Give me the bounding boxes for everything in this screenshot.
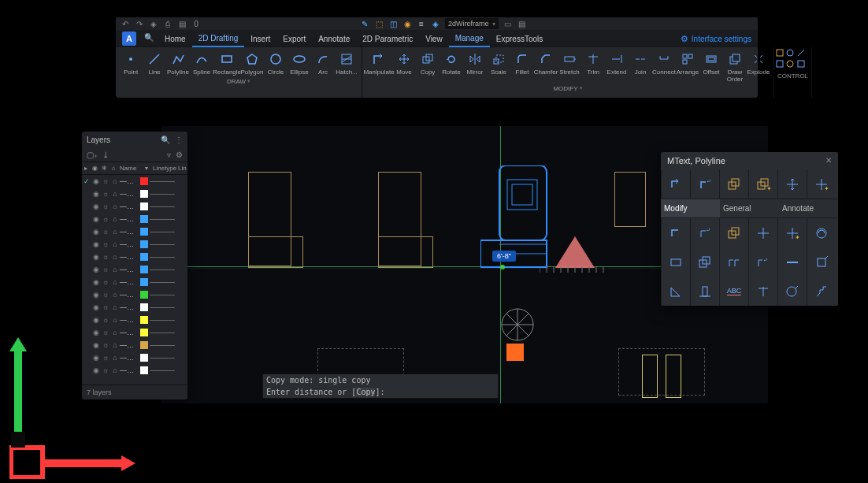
lock-icon[interactable]: ⌂: [110, 202, 120, 210]
freeze-icon[interactable]: ☼: [101, 177, 110, 185]
ctx-tab-general[interactable]: General: [720, 199, 779, 217]
cli-prompt[interactable]: Enter distance or [Copy]:: [263, 386, 498, 398]
layer-row[interactable]: ◉☼⌂———: [82, 314, 187, 326]
layer-row[interactable]: ✓◉☼⌂———: [82, 175, 187, 188]
freeze-icon[interactable]: ☼: [101, 303, 110, 311]
visibility-icon[interactable]: ◉: [91, 240, 101, 248]
download-icon[interactable]: ⤓: [102, 150, 109, 159]
freeze-icon[interactable]: ☼: [101, 202, 110, 210]
tool-line[interactable]: Line: [143, 49, 166, 76]
app-logo[interactable]: A: [122, 32, 136, 46]
lock-icon[interactable]: ⌂: [110, 240, 120, 248]
tool-move[interactable]: Move: [392, 49, 416, 84]
ctx-tool[interactable]: [690, 247, 719, 277]
freeze-icon[interactable]: ☼: [101, 291, 110, 299]
freeze-icon[interactable]: ☼: [101, 215, 110, 223]
lock-icon[interactable]: ⌂: [110, 266, 120, 273]
layer-row[interactable]: ◉☼⌂———: [82, 200, 187, 213]
toggle-icon[interactable]: ▤: [517, 19, 527, 28]
lock-icon[interactable]: ⌂: [110, 329, 120, 336]
filter-icon[interactable]: ▿: [167, 150, 171, 159]
lock-icon[interactable]: ⌂: [110, 291, 120, 299]
tool-scale[interactable]: Scale: [487, 49, 510, 84]
print-icon[interactable]: ⎙: [163, 19, 172, 28]
lock-icon[interactable]: ⌂: [110, 190, 120, 198]
lock-icon[interactable]: ⌂: [110, 303, 120, 311]
tool-manipulate[interactable]: Manipulate: [365, 49, 392, 84]
ctx-tool[interactable]: [807, 277, 836, 306]
tool-mirror[interactable]: Mirror: [463, 49, 487, 84]
tool-connect[interactable]: Connect: [652, 49, 676, 84]
ctx-tool[interactable]: [777, 247, 807, 277]
layer-row[interactable]: ◉☼⌂———: [82, 339, 187, 351]
layer-row[interactable]: ◉☼⌂———: [82, 364, 187, 377]
visibility-icon[interactable]: ◉: [91, 253, 101, 261]
freeze-icon[interactable]: ☼: [101, 278, 110, 286]
lock-icon[interactable]: ⌂: [110, 228, 120, 236]
ctx-tool[interactable]: ⤾: [690, 218, 719, 247]
visibility-icon[interactable]: ◉: [91, 366, 101, 374]
visibility-icon[interactable]: ◉: [91, 303, 101, 311]
ctx-copy[interactable]: [719, 169, 748, 199]
visibility-icon[interactable]: ◉: [91, 329, 101, 336]
search-icon[interactable]: 🔍: [139, 30, 158, 47]
freeze-icon[interactable]: ☼: [101, 329, 110, 336]
layer-row[interactable]: ◉☼⌂———: [82, 276, 187, 288]
ctx-corner[interactable]: ⤾: [690, 169, 719, 199]
drawing-object[interactable]: [555, 236, 595, 269]
visibility-icon[interactable]: ◉: [91, 190, 101, 198]
tool-polyline[interactable]: Polyline: [166, 49, 190, 76]
tool-arc[interactable]: Arc: [311, 49, 335, 76]
tool-icon[interactable]: ⬚: [374, 19, 384, 28]
tool-icon[interactable]: ◫: [388, 19, 398, 28]
freeze-icon[interactable]: ☼: [101, 253, 110, 261]
lock-icon[interactable]: ⌂: [110, 316, 120, 324]
ctx-tool[interactable]: [719, 218, 748, 247]
freeze-icon[interactable]: ☼: [101, 354, 110, 362]
ctx-tool[interactable]: [777, 277, 807, 306]
tool-explode[interactable]: Explode: [747, 49, 770, 84]
ctx-tool[interactable]: ✦: [777, 218, 807, 247]
visibility-icon[interactable]: ◉: [91, 354, 101, 362]
tool-copy[interactable]: Copy: [416, 49, 440, 84]
ctx-tool[interactable]: ⤾: [748, 247, 777, 277]
tool-spline[interactable]: Spline: [190, 49, 213, 76]
layer-row[interactable]: ◉☼⌂———: [82, 263, 187, 276]
ctx-move-star[interactable]: ✦: [807, 169, 836, 199]
bulb-icon[interactable]: ◉: [90, 162, 99, 174]
layer-row[interactable]: ◉☼⌂———: [82, 326, 187, 339]
tool-arrange[interactable]: Arrange: [676, 49, 699, 84]
menu-export[interactable]: Export: [276, 30, 312, 47]
ctx-tool[interactable]: [748, 218, 777, 247]
tool-chamfer[interactable]: Chamfer: [534, 49, 558, 84]
visibility-icon[interactable]: ◉: [91, 215, 101, 223]
layer-row[interactable]: ◉☼⌂———: [82, 351, 187, 364]
drawing-object[interactable]: [614, 172, 646, 227]
visibility-icon[interactable]: ◉: [91, 228, 101, 236]
drawing-object[interactable]: [666, 355, 681, 398]
tool-trim[interactable]: Trim: [581, 49, 605, 84]
tool-offset[interactable]: Offset: [699, 49, 723, 84]
interface-settings-button[interactable]: ⚙Interface settings: [674, 30, 758, 47]
visibility-icon[interactable]: ◉: [91, 278, 101, 286]
visibility-icon[interactable]: ◉: [91, 291, 101, 299]
freeze-icon[interactable]: ☼: [101, 316, 110, 324]
save-icon[interactable]: ▤: [177, 19, 187, 28]
ctx-abc[interactable]: ABC: [719, 277, 748, 306]
control-icons[interactable]: [776, 60, 806, 69]
toggle-icon[interactable]: ▭: [503, 19, 513, 28]
lock-icon[interactable]: ⌂: [110, 341, 120, 349]
freeze-icon[interactable]: ☼: [101, 228, 110, 236]
lightbulb-icon[interactable]: ◈: [431, 19, 440, 28]
tool-ellipse[interactable]: Ellipse: [287, 49, 311, 76]
tool-icon[interactable]: ≡: [417, 19, 426, 28]
settings-icon[interactable]: ⚙: [176, 150, 183, 159]
redo-icon[interactable]: ↷: [135, 19, 144, 28]
close-icon[interactable]: ✕: [825, 156, 832, 165]
drawing-object[interactable]: [618, 348, 705, 396]
tool-hatch[interactable]: Hatch...: [335, 49, 358, 76]
lock-icon[interactable]: ⌂: [110, 177, 120, 185]
menu-manage[interactable]: Manage: [449, 30, 490, 47]
drawing-object[interactable]: [642, 355, 658, 398]
drawing-object[interactable]: [248, 236, 303, 268]
